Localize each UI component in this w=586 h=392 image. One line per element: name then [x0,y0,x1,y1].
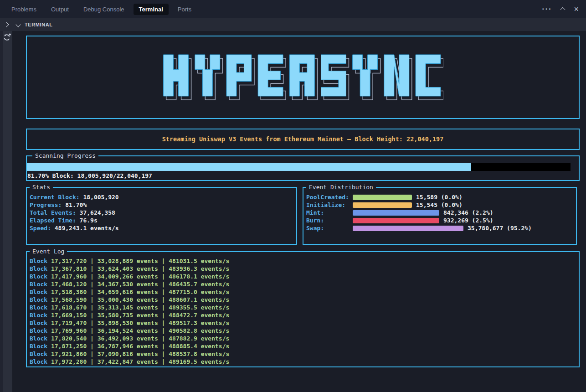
stream-subtitle-text: Streaming Uniswap V3 Events from Ethereu… [162,135,444,143]
more-actions-icon[interactable]: ··· [542,5,552,13]
stat-value: 489,243.1 events/s [51,225,119,232]
event-log-row: Block 17,719,470 | 35,898,530 events | 4… [30,319,575,327]
event-log-values: 17,719,470 | 35,898,530 events | 489517.… [51,320,229,326]
distribution-label: PoolCreated: [306,193,353,201]
event-log-rows: Block 17,317,720 | 33,028,889 events | 4… [30,257,575,366]
event-log-title: Event Log [30,248,67,255]
event-log-block-word: Block [30,296,51,303]
terminal-side-rail [3,31,12,392]
event-log-values: 17,618,670 | 35,313,145 events | 489355.… [51,304,229,311]
stat-label: Total Events: [30,209,76,216]
event-log-block-word: Block [30,289,51,295]
distribution-row: Mint:842,346 (2.2%) [306,209,572,217]
event-log-values: 17,367,810 | 33,624,403 events | 483936.… [51,265,229,272]
chevron-down-icon[interactable] [15,22,21,27]
sync-icon[interactable] [2,33,11,42]
event-log-block-word: Block [30,358,51,365]
event-log-block-word: Block [30,320,51,326]
stat-value: 76.9s [76,217,98,224]
tab-debug-console[interactable]: Debug Console [78,4,130,15]
terminal-panel-header: TERMINAL [0,18,586,31]
stat-row: Current Block: 18,005,920 [30,193,293,201]
event-log-row: Block 17,921,860 | 37,090,816 events | 4… [30,350,575,358]
panel-title: TERMINAL [25,22,53,27]
event-log-block-word: Block [30,281,51,288]
stat-row: Total Events: 37,624,358 [30,209,293,217]
stat-row: Progress: 81.70% [30,201,293,209]
event-log-row: Block 17,669,150 | 35,580,735 events | 4… [30,311,575,319]
progress-bar-track [27,163,571,171]
event-distribution-box: Event Distribution PoolCreated:15,589 (0… [303,187,577,245]
tab-problems[interactable]: Problems [6,4,42,15]
stat-value: 37,624,358 [76,209,115,216]
stream-subtitle-box: Streaming Uniswap V3 Events from Ethereu… [26,129,580,150]
tab-ports[interactable]: Ports [172,4,197,15]
event-log-block-word: Block [30,304,51,311]
event-log-row: Block 17,468,120 | 34,367,530 events | 4… [30,280,575,288]
distribution-bar [353,195,412,200]
event-log-row: Block 17,417,960 | 34,009,266 events | 4… [30,273,575,280]
event-log-row: Block 17,871,250 | 36,787,946 events | 4… [30,342,575,350]
event-log-values: 17,820,540 | 36,492,093 events | 487882.… [51,335,229,342]
distribution-value: 15,545 (0.0%) [416,201,463,209]
event-log-row: Block 17,317,720 | 33,028,889 events | 4… [30,257,575,265]
event-log-values: 17,468,120 | 34,367,530 events | 486435.… [51,281,229,288]
distribution-label: Initialize: [306,201,353,209]
event-log-block-word: Block [30,351,51,357]
expand-sidebar-icon[interactable] [4,22,9,27]
hypersync-ascii-art [163,54,443,101]
event-log-values: 17,972,280 | 37,422,847 events | 489169.… [51,358,229,365]
distribution-bar [353,202,412,208]
event-log-row: Block 17,518,380 | 34,659,616 events | 4… [30,288,575,296]
event-log-values: 17,417,960 | 34,009,266 events | 486178.… [51,273,229,280]
distribution-label: Mint: [306,209,353,217]
tab-terminal[interactable]: Terminal [134,4,169,15]
event-log-row: Block 17,972,280 | 37,422,847 events | 4… [30,358,575,366]
stat-row: Speed: 489,243.1 events/s [30,224,293,232]
maximize-panel-icon[interactable] [560,7,565,12]
distribution-row: Burn:932,269 (2.5%) [306,217,572,224]
event-log-box: Event Log Block 17,317,720 | 33,028,889 … [26,251,580,367]
close-panel-icon[interactable]: × [574,5,579,13]
event-log-values: 17,317,720 | 33,028,889 events | 481031.… [51,258,229,264]
event-distribution-title: Event Distribution [306,183,376,191]
event-log-block-word: Block [30,258,51,264]
stat-row: Elapsed Time: 76.9s [30,217,293,224]
stats-title: Stats [30,183,53,191]
distribution-row: PoolCreated:15,589 (0.0%) [306,193,572,201]
scanning-progress-title: Scanning Progress [32,152,98,160]
ascii-letter-s [321,54,346,96]
progress-bar-fill [27,163,471,171]
scanning-progress-box: Scanning Progress 81.70% Block: 18,005,9… [26,155,580,181]
distribution-row: Swap:35,780,677 (95.2%) [306,224,572,232]
event-log-values: 17,669,150 | 35,580,735 events | 488472.… [51,312,229,319]
distribution-bar [353,210,439,216]
distribution-label: Swap: [306,224,353,232]
ascii-letter-e [258,54,283,96]
tab-output[interactable]: Output [46,4,74,15]
event-log-values: 17,769,960 | 36,194,524 events | 490582.… [51,327,229,334]
event-log-row: Block 17,367,810 | 33,624,403 events | 4… [30,265,575,273]
event-log-values: 17,871,250 | 36,787,946 events | 488885.… [51,343,229,350]
left-edge-strip [0,31,3,392]
stat-value: 81.70% [62,201,87,208]
event-log-block-word: Block [30,343,51,350]
stat-label: Speed: [30,225,51,232]
event-log-row: Block 17,769,960 | 36,194,524 events | 4… [30,327,575,335]
distribution-label: Burn: [306,217,353,224]
event-log-row: Block 17,618,670 | 35,313,145 events | 4… [30,304,575,311]
distribution-bar [353,226,463,231]
event-log-block-word: Block [30,327,51,334]
distribution-value: 842,346 (2.2%) [443,209,493,217]
distribution-bar [353,218,439,223]
stat-label: Current Block: [30,194,80,201]
event-log-block-word: Block [30,312,51,319]
distribution-value: 35,780,677 (95.2%) [468,224,532,232]
event-log-values: 17,568,590 | 35,000,430 events | 488607.… [51,296,229,303]
distribution-value: 15,589 (0.0%) [416,193,463,201]
stat-label: Elapsed Time: [30,217,76,224]
stats-rows: Current Block: 18,005,920Progress: 81.70… [30,193,293,232]
event-log-values: 17,921,860 | 37,090,816 events | 488537.… [51,351,229,357]
distribution-value: 932,269 (2.5%) [443,217,493,224]
tab-list: ProblemsOutputDebug ConsoleTerminalPorts [6,4,200,15]
